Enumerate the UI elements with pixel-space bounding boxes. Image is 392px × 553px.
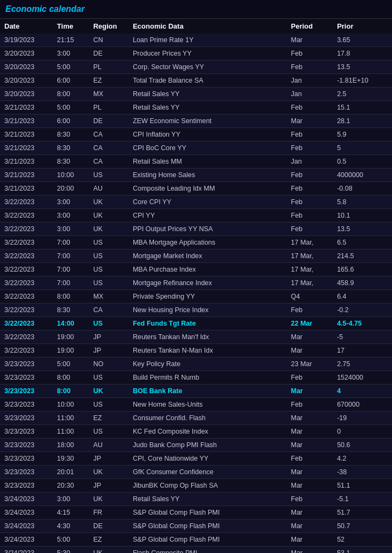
cell-economic-data: S&P Global Comp Flash PMI	[129, 506, 287, 520]
cell-region: CA	[89, 141, 129, 155]
table-row: 3/22/202319:00JPReuters Tankan Man'f Idx…	[0, 331, 392, 344]
cell-period: Feb	[287, 101, 333, 114]
cell-period: Mar	[287, 533, 333, 547]
cell-period: Feb	[287, 182, 333, 195]
col-header-economic-data: Economic Data	[129, 19, 287, 33]
cell-period: Jan	[287, 74, 333, 87]
table-row: 3/23/202320:30JPJibunBK Comp Op Flash SA…	[0, 479, 392, 493]
page-header: Economic calendar	[0, 0, 392, 19]
cell-region: UK	[89, 385, 129, 398]
table-row: 3/23/202318:00AUJudo Bank Comp PMI Flash…	[0, 439, 392, 452]
cell-region: JP	[89, 479, 129, 493]
cell-date: 3/21/2023	[0, 128, 53, 141]
cell-period: Feb	[287, 128, 333, 141]
cell-economic-data: Retail Sales MM	[129, 155, 287, 168]
cell-date: 3/22/2023	[0, 249, 53, 263]
cell-time: 19:00	[53, 344, 89, 358]
cell-region: CA	[89, 128, 129, 141]
cell-economic-data: Fed Funds Tgt Rate	[129, 317, 287, 331]
cell-date: 3/22/2023	[0, 222, 53, 236]
cell-time: 3:00	[53, 47, 89, 60]
table-row: 3/20/20238:00MXRetail Sales YYJan2.5	[0, 87, 392, 101]
cell-period: Mar	[287, 33, 333, 47]
cell-prior: 52	[333, 533, 392, 547]
cell-economic-data: ZEW Economic Sentiment	[129, 114, 287, 128]
cell-prior: -38	[333, 466, 392, 479]
cell-region: PL	[89, 60, 129, 74]
cell-time: 10:00	[53, 168, 89, 182]
table-row: 3/22/20238:00MXPrivate Spending YYQ46.4	[0, 290, 392, 304]
cell-prior: 13.5	[333, 60, 392, 74]
cell-period: Feb	[287, 398, 333, 412]
table-row: 3/20/20235:00PLCorp. Sector Wages YYFeb1…	[0, 60, 392, 74]
cell-economic-data: Reuters Tankan N-Man Idx	[129, 344, 287, 358]
cell-region: NO	[89, 358, 129, 371]
cell-region: US	[89, 276, 129, 290]
cell-economic-data: PPI Output Prices YY NSA	[129, 222, 287, 236]
cell-prior: 2.75	[333, 358, 392, 371]
cell-economic-data: CPI BoC Core YY	[129, 141, 287, 155]
table-row: 3/21/20238:30CACPI Inflation YYFeb5.9	[0, 128, 392, 141]
cell-region: UK	[89, 466, 129, 479]
cell-date: 3/21/2023	[0, 168, 53, 182]
cell-region: US	[89, 249, 129, 263]
cell-time: 20:01	[53, 466, 89, 479]
cell-period: 17 Mar,	[287, 263, 333, 276]
cell-economic-data: Mortgage Market Index	[129, 249, 287, 263]
cell-economic-data: KC Fed Composite Index	[129, 425, 287, 439]
cell-date: 3/19/2023	[0, 33, 53, 47]
cell-prior: 5.9	[333, 128, 392, 141]
cell-prior: 0.5	[333, 155, 392, 168]
cell-date: 3/23/2023	[0, 452, 53, 466]
cell-region: UK	[89, 195, 129, 209]
cell-period: Mar	[287, 412, 333, 425]
cell-period: Feb	[287, 141, 333, 155]
cell-prior: -0.08	[333, 182, 392, 195]
cell-period: Mar	[287, 385, 333, 398]
cell-region: US	[89, 398, 129, 412]
table-row: 3/22/202314:00USFed Funds Tgt Rate22 Mar…	[0, 317, 392, 331]
cell-region: FR	[89, 506, 129, 520]
cell-prior: 50.6	[333, 439, 392, 452]
cell-prior: 458.9	[333, 276, 392, 290]
cell-period: Feb	[287, 209, 333, 222]
cell-prior: 1524000	[333, 371, 392, 385]
table-row: 3/22/20237:00USMBA Purchase Index17 Mar,…	[0, 263, 392, 276]
cell-date: 3/22/2023	[0, 236, 53, 249]
cell-time: 7:00	[53, 263, 89, 276]
cell-economic-data: New Housing Price Index	[129, 304, 287, 317]
cell-prior: 4.5-4.75	[333, 317, 392, 331]
cell-date: 3/23/2023	[0, 412, 53, 425]
table-row: 3/21/202310:00USExisting Home SalesFeb40…	[0, 168, 392, 182]
cell-prior: 51.1	[333, 479, 392, 493]
table-row: 3/22/202319:00JPReuters Tankan N-Man Idx…	[0, 344, 392, 358]
cell-time: 4:15	[53, 506, 89, 520]
cell-date: 3/23/2023	[0, 385, 53, 398]
cell-economic-data: New Home Sales-Units	[129, 398, 287, 412]
cell-time: 19:00	[53, 331, 89, 344]
cell-economic-data: Judo Bank Comp PMI Flash	[129, 439, 287, 452]
cell-time: 20:30	[53, 479, 89, 493]
cell-time: 8:00	[53, 385, 89, 398]
cell-period: Mar	[287, 344, 333, 358]
cell-prior: -1.81E+10	[333, 74, 392, 87]
cell-period: Feb	[287, 371, 333, 385]
cell-economic-data: Build Permits R Numb	[129, 371, 287, 385]
cell-date: 3/20/2023	[0, 87, 53, 101]
cell-time: 3:00	[53, 493, 89, 506]
cell-time: 10:00	[53, 398, 89, 412]
cell-economic-data: Retail Sales YY	[129, 493, 287, 506]
cell-date: 3/22/2023	[0, 263, 53, 276]
cell-prior: 4.2	[333, 452, 392, 466]
cell-region: AU	[89, 182, 129, 195]
col-header-date: Date	[0, 19, 53, 33]
cell-period: Mar	[287, 331, 333, 344]
cell-date: 3/22/2023	[0, 290, 53, 304]
cell-date: 3/22/2023	[0, 344, 53, 358]
cell-time: 11:00	[53, 425, 89, 439]
cell-economic-data: S&P Global Comp Flash PMI	[129, 520, 287, 533]
cell-region: UK	[89, 222, 129, 236]
cell-economic-data: BOE Bank Rate	[129, 385, 287, 398]
cell-date: 3/21/2023	[0, 141, 53, 155]
cell-region: CA	[89, 304, 129, 317]
